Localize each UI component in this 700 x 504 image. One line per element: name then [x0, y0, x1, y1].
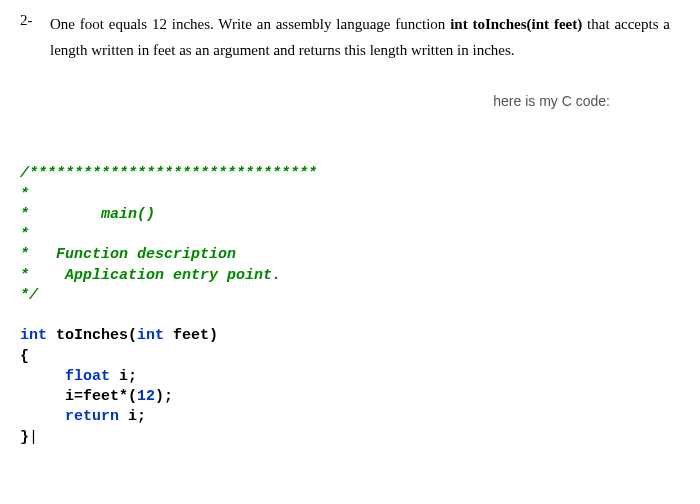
param-rest: feet) — [164, 327, 218, 344]
decl-rest: i; — [110, 368, 137, 385]
comment-line-1: /******************************** — [20, 165, 317, 182]
question-block: 2- One foot equals 12 inches. Write an a… — [20, 12, 670, 63]
user-caption: here is my C code: — [20, 93, 670, 109]
comment-line-2: * — [20, 186, 29, 203]
function-signature: int toInches(int feet) — [450, 16, 582, 32]
keyword-return: return — [65, 408, 119, 425]
assign-post: ); — [155, 388, 173, 405]
code-block: /******************************** * * ma… — [20, 144, 670, 448]
open-paren: ( — [128, 327, 137, 344]
comment-line-6-prefix: * — [20, 267, 65, 284]
brace-close: } — [20, 429, 29, 446]
question-text-before: One foot equals 12 inches. Write an asse… — [50, 16, 450, 32]
keyword-float: float — [65, 368, 110, 385]
comment-close: */ — [20, 287, 38, 304]
literal-12: 12 — [137, 388, 155, 405]
comment-line-3-prefix: * — [20, 206, 101, 223]
comment-main: main() — [101, 206, 155, 223]
comment-entry-point: Application entry point. — [65, 267, 281, 284]
comment-line-4: * — [20, 226, 29, 243]
comment-line-5-prefix: * — [20, 246, 56, 263]
question-number: 2- — [20, 12, 50, 63]
assign-pre: i=feet*( — [20, 388, 137, 405]
return-rest: i; — [119, 408, 146, 425]
brace-open: { — [20, 348, 29, 365]
question-text: One foot equals 12 inches. Write an asse… — [50, 12, 670, 63]
text-cursor: | — [29, 429, 38, 446]
function-name: toInches — [47, 327, 128, 344]
comment-func-desc: Function description — [56, 246, 236, 263]
keyword-int-param: int — [137, 327, 164, 344]
keyword-int: int — [20, 327, 47, 344]
